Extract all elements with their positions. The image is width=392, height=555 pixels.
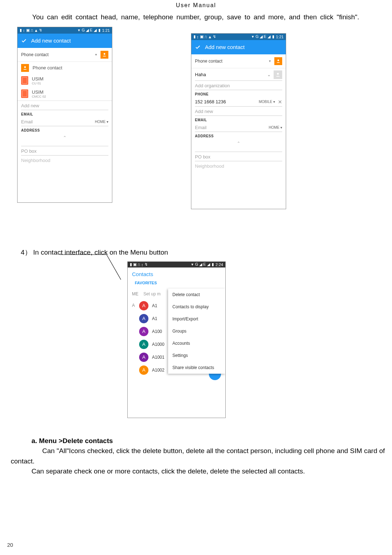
avatar-icon: A xyxy=(139,353,148,362)
sim-icon xyxy=(21,89,28,98)
pobox-input[interactable]: PO box xyxy=(195,152,282,161)
collapse-icon[interactable]: ⌃ xyxy=(191,139,286,148)
expand-icon[interactable]: ⌄ xyxy=(267,72,271,77)
menu-share-contacts[interactable]: Share visible contacts xyxy=(168,362,225,374)
wifi-icon: ▾ xyxy=(78,28,80,33)
screenshot-add-contact-left: ▮ ↕ ▣ ⎍ ▲ ↯ ▾ G ◢ E ◢ ▮ 1:21 Add new con… xyxy=(17,27,112,203)
overflow-menu: Delete contact Contacts to display Impor… xyxy=(168,289,225,374)
caret-down-icon: ▾ xyxy=(95,53,97,57)
contacts-title: Contacts xyxy=(128,267,225,279)
status-bar: ▮ ↕ ▣ ⎍ ▲ ↯ ▾ G ◢ E ◢ ▮ 1:21 xyxy=(18,27,112,34)
tab-favorites[interactable]: FAVORITES xyxy=(132,279,160,286)
battery-icon: ▮ xyxy=(272,34,274,39)
screenshot-add-contact-right: ▮ ↕ ▣ ⎍ ▲ ↯ ▾ G ◢ E ◢ ▮ 1:21 Add new con… xyxy=(191,33,286,209)
clock: 2:24 xyxy=(216,262,223,267)
phone-input[interactable]: 152 1668 1236 MOBILE ▾ ✕ xyxy=(195,97,282,107)
icon: ⎍ xyxy=(205,35,207,39)
option-sublabel: CU 01 xyxy=(32,82,44,85)
page-number: 20 xyxy=(7,542,13,548)
icon: ⎍ xyxy=(138,262,140,267)
clock: 1:21 xyxy=(276,35,284,39)
wifi-icon: ▾ xyxy=(252,34,254,39)
icon: ↕ xyxy=(197,35,199,39)
signal-icon: G ◢ E ◢ xyxy=(82,28,97,33)
screenshot-contacts-menu: ▮ ▣ ⎍ ↕ ↯ ▾ G ◢ E ◢ ▮ 2:24 Contacts FAVO… xyxy=(127,261,226,418)
address-section-label: ADDRESS xyxy=(18,126,112,133)
icon: ↯ xyxy=(39,28,42,33)
menu-contacts-display[interactable]: Contacts to display xyxy=(168,301,225,313)
signal-icon: G ◢ E ◢ xyxy=(256,34,270,39)
contact-icon xyxy=(101,51,108,59)
option-phone-contact[interactable]: Phone contact xyxy=(18,62,112,74)
avatar-icon: A xyxy=(139,365,148,375)
avatar-icon: A xyxy=(139,301,148,310)
icon: ▮ xyxy=(20,28,22,33)
clear-icon[interactable]: ✕ xyxy=(278,99,282,105)
option-sublabel: CMCC 02 xyxy=(32,95,46,98)
svg-point-3 xyxy=(277,73,279,74)
account-label: Phone contact xyxy=(21,52,92,57)
svg-point-2 xyxy=(278,59,279,61)
icon: ⎍ xyxy=(31,28,33,33)
add-new-field[interactable]: Add new xyxy=(21,101,108,110)
name-input[interactable]: Haha ⌄ xyxy=(195,68,282,81)
signal-icon: G ◢ E ◢ xyxy=(195,262,210,267)
section-a-p1: Can "All"Icons checked, click the delete… xyxy=(0,446,385,466)
menu-groups[interactable]: Groups xyxy=(168,325,225,337)
check-icon[interactable] xyxy=(195,44,201,50)
account-selector[interactable]: Phone contact ▾ xyxy=(18,48,112,62)
email-input[interactable]: Email HOME ▾ xyxy=(195,123,282,132)
collapse-icon[interactable]: ⌃ xyxy=(18,133,112,142)
avatar-placeholder-icon[interactable] xyxy=(274,70,282,79)
pobox-input[interactable]: PO box xyxy=(21,146,108,156)
email-type[interactable]: HOME ▾ xyxy=(269,126,282,129)
phone-section-label: PHONE xyxy=(191,90,286,97)
app-bar: Add new contact xyxy=(18,34,112,48)
avatar-icon: A xyxy=(139,327,148,336)
add-org-input[interactable]: Add organization xyxy=(195,81,282,90)
neighborhood-input[interactable]: Neighborhood xyxy=(195,161,282,170)
email-input[interactable]: Email HOME ▾ xyxy=(21,117,108,126)
option-usim-1[interactable]: USIM CU 01 xyxy=(18,74,112,87)
icon: ▮ xyxy=(193,34,196,39)
section-a-p2: Can separate check one or more contacts,… xyxy=(21,466,385,477)
icon: ↕ xyxy=(141,262,143,267)
menu-delete-contact[interactable]: Delete contact xyxy=(168,289,225,301)
tabs: FAVORITES xyxy=(128,279,225,289)
menu-settings[interactable]: Settings xyxy=(168,349,225,362)
menu-accounts[interactable]: Accounts xyxy=(168,337,225,349)
account-label: Phone contact xyxy=(195,59,265,64)
check-icon[interactable] xyxy=(21,38,27,44)
battery-icon: ▮ xyxy=(212,262,214,267)
icon: ↯ xyxy=(213,34,216,39)
alpha-header: A xyxy=(128,299,135,308)
app-title: Add new contact xyxy=(31,38,71,44)
icon: ↕ xyxy=(23,28,25,33)
intro-text: You can edit contact head, name, telepho… xyxy=(0,11,392,25)
icon: ▮ xyxy=(130,262,132,267)
contact-icon xyxy=(21,64,29,72)
status-bar: ▮ ↕ ▣ ⎍ ▲ ↯ ▾ G ◢ E ◢ ▮ 1:21 xyxy=(191,34,286,40)
address-field-1[interactable] xyxy=(195,148,282,152)
option-label: USIM xyxy=(32,76,44,82)
menu-import-export[interactable]: Import/Export xyxy=(168,313,225,325)
phone-type[interactable]: MOBILE ▾ xyxy=(259,100,275,104)
svg-point-0 xyxy=(104,53,106,55)
email-section-label: EMAIL xyxy=(18,110,112,117)
add-new-field[interactable]: Add new xyxy=(195,107,282,116)
app-title: Add new contact xyxy=(205,44,245,50)
avatar-icon: A xyxy=(139,340,148,349)
icon: ▣ xyxy=(26,28,30,33)
email-type[interactable]: HOME ▾ xyxy=(95,120,108,124)
address-field-1[interactable] xyxy=(21,142,108,146)
icon: ▲ xyxy=(208,35,212,39)
neighborhood-input[interactable]: Neighborhood xyxy=(21,156,108,164)
icon: ▣ xyxy=(200,34,204,39)
option-label: USIM xyxy=(32,89,46,95)
svg-point-1 xyxy=(24,66,26,68)
sim-icon xyxy=(21,76,28,85)
account-selector[interactable]: Phone contact ▾ xyxy=(191,54,286,68)
clock: 1:21 xyxy=(102,28,110,33)
contact-icon xyxy=(274,57,282,65)
option-usim-2[interactable]: USIM CMCC 02 xyxy=(18,87,112,100)
